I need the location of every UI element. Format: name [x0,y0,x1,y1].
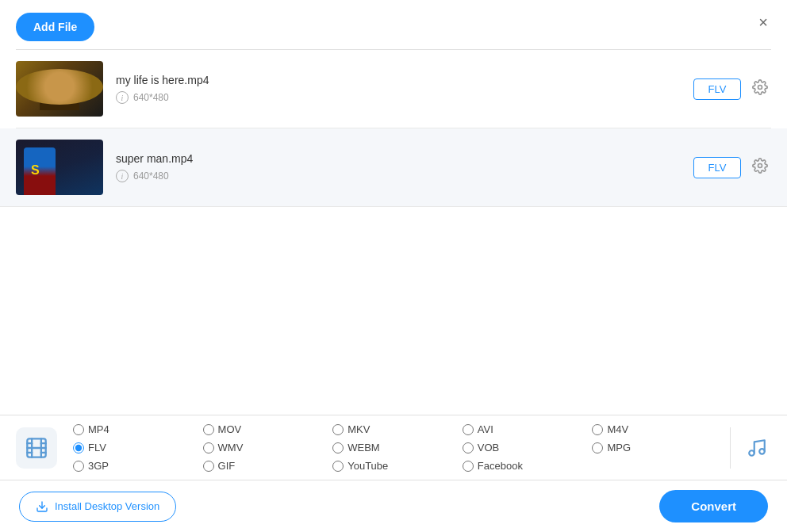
format-badge[interactable]: FLV [693,78,741,100]
file-resolution: 640*480 [133,170,169,182]
video-format-icon[interactable] [16,427,57,469]
format-label-vob: VOB [478,442,499,454]
format-radio-webm[interactable] [332,442,344,454]
format-radio-vob[interactable] [463,442,474,454]
audio-format-icon[interactable] [730,427,771,469]
file-name: my life is here.mp4 [116,74,681,86]
format-label-3gp: 3GP [88,460,109,472]
format-label-youtube: YouTube [347,460,388,472]
format-option-mkv[interactable]: MKV [332,423,463,435]
download-icon [36,500,48,513]
settings-button[interactable] [749,76,771,102]
file-thumbnail [16,140,103,195]
format-option-3gp[interactable]: 3GP [73,460,203,472]
format-radio-gif[interactable] [203,461,214,472]
close-button[interactable]: × [755,11,771,33]
format-radio-avi[interactable] [463,424,474,435]
file-item: my life is here.mp4 i 640*480 FLV [16,50,771,128]
install-label: Install Desktop Version [55,500,159,512]
format-option-wmv[interactable]: WMV [203,442,333,454]
format-label-mp4: MP4 [88,423,109,435]
format-option-m4v[interactable]: M4V [592,423,722,435]
format-label-facebook: Facebook [478,460,523,472]
file-name: super man.mp4 [116,152,681,165]
info-icon: i [116,170,129,182]
settings-button[interactable] [749,155,771,181]
svg-point-10 [749,450,754,456]
format-radio-mov[interactable] [203,424,214,435]
svg-point-1 [758,163,762,167]
file-info: my life is here.mp4 i 640*480 [103,74,693,104]
install-desktop-button[interactable]: Install Desktop Version [19,492,176,522]
format-label-m4v: M4V [607,423,628,435]
format-radio-facebook[interactable] [463,461,474,472]
file-actions: FLV [693,76,771,102]
format-label-webm: WEBM [347,442,379,454]
format-radio-m4v[interactable] [592,424,603,435]
svg-point-0 [758,85,762,89]
file-meta: i 640*480 [116,91,681,104]
add-file-button[interactable]: Add File [16,13,94,41]
format-label-mpg: MPG [607,442,631,454]
close-icon: × [758,13,768,31]
format-option-gif[interactable]: GIF [203,460,333,472]
format-radio-mp4[interactable] [73,424,84,435]
file-info: super man.mp4 i 640*480 [103,152,693,182]
convert-button[interactable]: Convert [659,490,768,522]
format-option-webm[interactable]: WEBM [332,442,463,454]
format-badge[interactable]: FLV [693,157,741,178]
file-thumbnail [16,61,103,117]
format-label-wmv: WMV [218,442,244,454]
info-icon: i [116,91,129,104]
format-label-gif: GIF [218,460,236,472]
format-option-vob[interactable]: VOB [463,442,593,454]
format-option-facebook[interactable]: Facebook [463,460,593,472]
format-radio-youtube[interactable] [332,461,344,472]
gear-icon [752,79,768,95]
music-icon [747,438,767,458]
format-radio-mkv[interactable] [332,424,344,435]
file-resolution: 640*480 [133,92,169,103]
format-label-mkv: MKV [347,423,370,435]
format-radio-wmv[interactable] [203,442,214,454]
format-radio-flv[interactable] [73,442,84,454]
format-option-youtube[interactable]: YouTube [332,460,463,472]
format-option-mp4[interactable]: MP4 [73,423,203,435]
format-option-avi[interactable]: AVI [463,423,593,435]
file-actions: FLV [693,155,771,181]
format-radio-3gp[interactable] [73,461,84,472]
format-label-avi: AVI [478,423,493,435]
format-options: MP4 MOV MKV AVI M4V FLV WMV WEBM [73,423,722,472]
film-icon [25,437,48,459]
file-meta: i 640*480 [116,170,681,182]
format-label-flv: FLV [88,442,106,454]
format-label-mov: MOV [218,423,242,435]
format-option-flv[interactable]: FLV [73,442,203,454]
header: Add File [0,0,787,49]
format-radio-mpg[interactable] [592,442,603,454]
file-list: my life is here.mp4 i 640*480 FLV super … [0,50,787,207]
gear-icon [752,158,768,174]
file-item: super man.mp4 i 640*480 FLV [0,128,787,207]
svg-point-11 [759,449,765,454]
format-panel: MP4 MOV MKV AVI M4V FLV WMV WEBM [0,415,787,480]
format-option-mpg[interactable]: MPG [592,442,722,454]
footer: Install Desktop Version Convert [0,480,787,532]
format-option-mov[interactable]: MOV [203,423,333,435]
